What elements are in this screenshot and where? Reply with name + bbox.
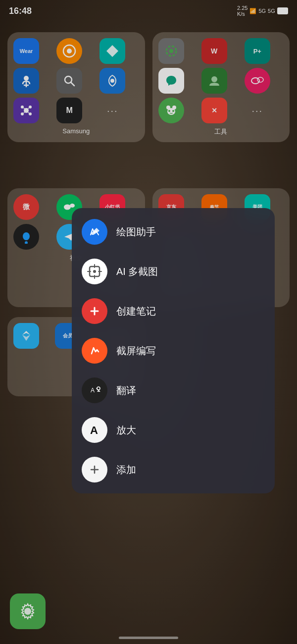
menu-label-add: 添加 xyxy=(116,463,136,477)
menu-icon-translate: A xyxy=(82,377,107,403)
menu-icon-screenshot xyxy=(82,259,107,284)
svg-text:A: A xyxy=(91,387,95,394)
menu-label-screenedit: 截屏编写 xyxy=(116,344,156,358)
menu-icon-add xyxy=(82,457,107,483)
menu-icon-zoom: A xyxy=(82,417,107,443)
menu-item-screenedit[interactable]: 截屏编写 xyxy=(72,331,275,371)
svg-text:A: A xyxy=(90,424,98,436)
menu-item-zoom[interactable]: A 放大 xyxy=(72,410,275,450)
menu-label-screenshot: AI 多截图 xyxy=(116,265,158,278)
menu-label-zoom: 放大 xyxy=(116,424,136,437)
menu-label-translate: 翻译 xyxy=(116,384,136,397)
menu-item-add[interactable]: 添加 xyxy=(72,450,275,489)
menu-item-draw[interactable]: 绘图助手 xyxy=(72,212,275,252)
menu-item-screenshot[interactable]: AI 多截图 xyxy=(72,252,275,291)
context-menu: 绘图助手 AI 多截图 创建笔记 xyxy=(72,208,275,493)
menu-icon-draw xyxy=(82,219,107,245)
menu-icon-note xyxy=(82,298,107,324)
menu-item-translate[interactable]: A 翻译 xyxy=(72,371,275,410)
menu-label-draw: 绘图助手 xyxy=(116,225,156,239)
menu-icon-screenedit xyxy=(82,338,107,364)
svg-point-36 xyxy=(93,270,96,273)
menu-item-note[interactable]: 创建笔记 xyxy=(72,291,275,331)
menu-label-note: 创建笔记 xyxy=(116,305,156,318)
